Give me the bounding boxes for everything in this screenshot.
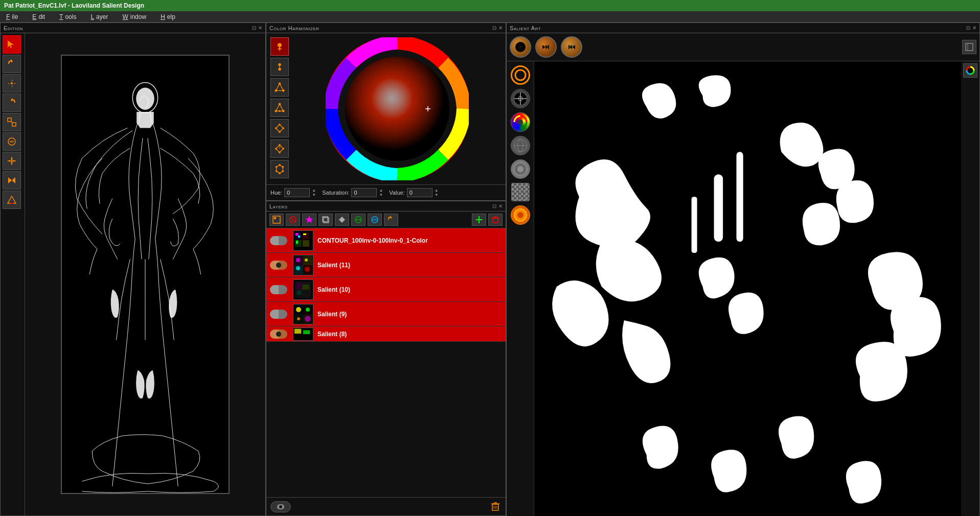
saturation-up[interactable]: ▲ (379, 188, 383, 193)
layers-footer (266, 497, 506, 515)
edition-close[interactable]: ✕ (258, 25, 263, 31)
value-down[interactable]: ▼ (435, 193, 439, 197)
tool-move[interactable] (3, 74, 21, 92)
tool-transform[interactable] (3, 132, 21, 151)
hue-input[interactable] (284, 188, 310, 197)
tool-nudge[interactable] (3, 152, 21, 170)
ch-close[interactable]: ✕ (498, 25, 503, 31)
salient-globe-icon[interactable] (511, 136, 530, 155)
layer-name-salient10: Salient (10) (315, 286, 506, 293)
value-input[interactable] (407, 188, 432, 197)
tool-scale[interactable] (3, 113, 21, 131)
hue-up[interactable]: ▲ (312, 188, 316, 193)
svg-rect-93 (296, 241, 298, 244)
menu-help[interactable]: Help (156, 13, 177, 20)
layer-tool-mask[interactable] (286, 214, 300, 226)
saturation-arrows[interactable]: ▲ ▼ (379, 188, 383, 197)
mini-btn-1[interactable] (963, 63, 977, 78)
main-canvas[interactable] (61, 55, 230, 494)
saturation-down[interactable]: ▼ (379, 193, 383, 197)
edition-toolbar (1, 33, 25, 515)
svg-rect-9 (12, 123, 16, 126)
svg-line-69 (291, 218, 295, 222)
tool-rotate-cw[interactable] (3, 93, 21, 112)
salient-silver-icon[interactable] (511, 159, 530, 179)
tool-flip[interactable] (3, 171, 21, 190)
hue-down[interactable]: ▼ (312, 193, 316, 197)
harmony-mono[interactable] (270, 37, 289, 56)
layer-tool-merge[interactable] (335, 214, 349, 226)
harmony-triad[interactable] (270, 78, 289, 97)
svg-marker-133 (572, 45, 575, 49)
salient-orange-icon[interactable] (511, 205, 530, 225)
menu-file[interactable]: File (2, 13, 20, 20)
layers-restore[interactable]: ⊡ (492, 203, 497, 209)
svg-rect-88 (295, 240, 302, 247)
edition-restore[interactable]: ⊡ (252, 25, 257, 31)
salient-crosshair-icon[interactable] (511, 89, 530, 108)
layer-visibility-salient8[interactable] (266, 330, 291, 339)
menu-layer[interactable]: Layer (86, 13, 110, 20)
layer-visibility-salient11[interactable] (266, 261, 291, 270)
visibility-eye-salient8[interactable] (270, 330, 287, 339)
layers-footer-eye[interactable] (270, 501, 291, 512)
layer-tool-colorize[interactable] (368, 214, 382, 226)
saturation-input[interactable] (351, 188, 377, 197)
value-up[interactable]: ▲ (435, 188, 439, 193)
layers-list[interactable]: CONTOUR_100Inv-0-100Inv-0_1-Color (266, 228, 506, 497)
layers-controls: ⊡ ✕ (492, 203, 503, 209)
layer-item-salient10[interactable]: Salient (10) (266, 277, 506, 302)
layer-item-salient11[interactable]: Salient (11) (266, 253, 506, 277)
layer-add[interactable] (472, 214, 486, 226)
layer-tool-select[interactable] (269, 214, 284, 226)
menu-window[interactable]: Window (118, 13, 148, 20)
harmony-tetrad[interactable] (270, 119, 289, 137)
salient-art-close[interactable]: ✕ (972, 25, 977, 31)
edition-header: Edition ⊡ ✕ (1, 23, 265, 33)
salient-checkered-icon[interactable] (511, 183, 530, 201)
salient-art-mini-icon[interactable] (962, 40, 976, 54)
visibility-eye-salient9[interactable] (270, 310, 287, 319)
harmony-analog[interactable] (270, 58, 289, 76)
salient-multicolor-icon[interactable] (511, 112, 530, 132)
layer-visibility-salient10[interactable] (266, 285, 291, 294)
layer-name-salient9: Salient (9) (315, 311, 506, 318)
visibility-eye-salient11[interactable] (270, 261, 287, 270)
hue-arrows[interactable]: ▲ ▼ (312, 188, 316, 197)
layer-item-salient8[interactable]: Salient (8) (266, 326, 506, 342)
harmony-split[interactable] (270, 99, 289, 117)
layer-visibility-salient9[interactable] (266, 310, 291, 319)
harmony-square[interactable] (270, 139, 289, 158)
layers-footer-trash[interactable] (489, 500, 502, 513)
salient-art-panel: Salient Art ⊡ ✕ (506, 22, 980, 516)
layer-tool-copy[interactable] (318, 214, 333, 226)
svg-point-63 (345, 57, 449, 161)
svg-marker-73 (342, 217, 345, 223)
layer-tool-fx[interactable] (302, 214, 316, 226)
layer-item-contour[interactable]: CONTOUR_100Inv-0-100Inv-0_1-Color (266, 228, 506, 253)
value-arrows[interactable]: ▲ ▼ (435, 188, 439, 197)
layers-close[interactable]: ✕ (498, 203, 503, 209)
svg-point-59 (276, 166, 278, 168)
layer-item-salient9[interactable]: Salient (9) (266, 302, 506, 326)
visibility-eye-contour[interactable] (270, 236, 287, 245)
harmony-hex[interactable] (270, 160, 289, 178)
back-button[interactable] (561, 36, 582, 58)
menu-edit[interactable]: Edit (28, 13, 47, 20)
tool-rotate-left[interactable] (3, 55, 21, 73)
layer-tool-blend[interactable] (351, 214, 366, 226)
layer-tool-undo[interactable] (384, 214, 398, 226)
layer-delete[interactable] (488, 214, 503, 226)
tool-delete[interactable] (3, 191, 21, 209)
fast-forward-button[interactable] (535, 36, 557, 58)
color-wheel[interactable] (326, 37, 469, 180)
layer-visibility-contour[interactable] (266, 236, 291, 245)
layers-panel: Layers ⊡ ✕ (266, 201, 506, 516)
salient-ring-icon[interactable] (511, 65, 530, 85)
tool-select[interactable] (3, 35, 21, 54)
ch-restore[interactable]: ⊡ (492, 25, 497, 31)
play-button[interactable] (510, 36, 531, 58)
visibility-eye-salient10[interactable] (270, 285, 287, 294)
menu-tools[interactable]: Tools (55, 13, 78, 20)
salient-art-restore[interactable]: ⊡ (966, 25, 971, 31)
